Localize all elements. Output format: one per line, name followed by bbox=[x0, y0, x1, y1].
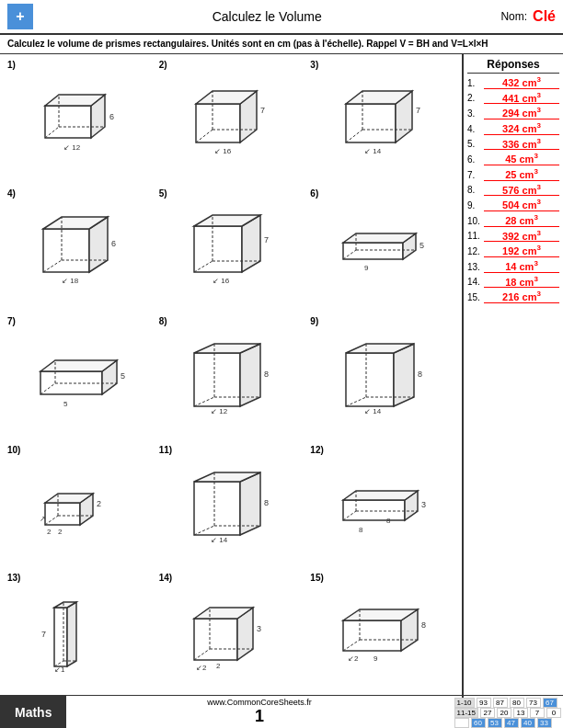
svg-text:5: 5 bbox=[63, 400, 68, 408]
problem-number-11: 11) bbox=[159, 445, 172, 455]
answer-num-11: 11. bbox=[467, 231, 484, 241]
problem-14: 14) 3 ↙2 2 bbox=[157, 571, 305, 696]
answer-item-14: 14.18 cm3 bbox=[467, 275, 559, 289]
answer-num-8: 8. bbox=[467, 185, 484, 195]
svg-text:8: 8 bbox=[421, 620, 426, 630]
problem-3: 3) 7 ↙ 14 bbox=[308, 58, 456, 183]
svg-marker-82 bbox=[194, 482, 240, 535]
svg-marker-8 bbox=[196, 104, 240, 142]
svg-marker-107 bbox=[194, 619, 237, 660]
box-8: 8 ↙ 12 bbox=[161, 325, 302, 436]
answer-item-11: 11.392 cm3 bbox=[467, 229, 559, 243]
svg-text:↙ 12: ↙ 12 bbox=[63, 143, 81, 152]
answer-item-2: 2.441 cm3 bbox=[467, 91, 559, 105]
problem-number-1: 1) bbox=[7, 60, 16, 70]
svg-marker-90 bbox=[343, 500, 405, 520]
box-5: 7 ↙ 16 bbox=[161, 198, 302, 308]
answer-item-4: 4.324 cm3 bbox=[467, 121, 559, 135]
svg-text:↙2: ↙2 bbox=[348, 654, 359, 663]
answer-num-15: 15. bbox=[467, 292, 484, 302]
svg-text:8: 8 bbox=[264, 370, 269, 379]
svg-marker-50 bbox=[40, 360, 117, 371]
answers-header: Réponses bbox=[467, 56, 559, 74]
problem-number-3: 3) bbox=[310, 60, 318, 70]
page-footer: Maths www.CommonCoreSheets.fr 1 1-10 93 … bbox=[0, 695, 563, 728]
box-3: 7 ↙ 14 bbox=[312, 69, 453, 179]
svg-marker-32 bbox=[194, 226, 242, 272]
svg-text:6: 6 bbox=[109, 112, 114, 121]
svg-text:8: 8 bbox=[359, 526, 363, 534]
answer-item-9: 9.504 cm3 bbox=[467, 198, 559, 211]
answer-num-5: 5. bbox=[467, 139, 484, 149]
problem-number-10: 10) bbox=[7, 445, 20, 455]
answer-value-4: 324 cm3 bbox=[484, 121, 559, 135]
cle-label: Clé bbox=[533, 8, 556, 25]
problem-number-9: 9) bbox=[310, 316, 318, 326]
answer-value-14: 18 cm3 bbox=[484, 275, 559, 289]
svg-marker-56 bbox=[194, 353, 240, 406]
answer-value-8: 576 cm3 bbox=[484, 183, 559, 197]
answer-num-13: 13. bbox=[467, 262, 484, 272]
answer-num-3: 3. bbox=[467, 108, 484, 119]
answer-item-6: 6.45 cm3 bbox=[467, 152, 559, 165]
svg-text:7: 7 bbox=[260, 106, 265, 115]
answer-item-8: 8.576 cm3 bbox=[467, 183, 559, 197]
problem-number-15: 15) bbox=[310, 573, 323, 583]
logo: + bbox=[7, 4, 33, 29]
answer-value-3: 294 cm3 bbox=[484, 106, 559, 119]
svg-text:2: 2 bbox=[58, 528, 63, 536]
problem-number-14: 14) bbox=[159, 573, 172, 583]
answer-value-12: 192 cm3 bbox=[484, 244, 559, 257]
answer-num-12: 12. bbox=[467, 246, 484, 256]
answer-value-2: 441 cm3 bbox=[484, 91, 559, 105]
svg-text:8: 8 bbox=[264, 498, 269, 507]
svg-text:↙ 14: ↙ 14 bbox=[211, 536, 228, 544]
answer-item-3: 3.294 cm3 bbox=[467, 106, 559, 119]
svg-text:3: 3 bbox=[421, 500, 426, 509]
answer-value-11: 392 cm3 bbox=[484, 229, 559, 243]
stats-third-row: 60 53 47 40 33 bbox=[454, 718, 561, 728]
svg-text:↙ 16: ↙ 16 bbox=[214, 147, 232, 155]
box-13: 7 ↙1 bbox=[9, 582, 150, 692]
svg-text:↙ 18: ↙ 18 bbox=[62, 277, 79, 285]
answer-item-5: 5.336 cm3 bbox=[467, 137, 559, 151]
svg-text:8: 8 bbox=[386, 517, 391, 525]
answer-item-10: 10.28 cm3 bbox=[467, 213, 559, 227]
answer-item-15: 15.216 cm3 bbox=[467, 290, 559, 303]
problem-number-6: 6) bbox=[310, 188, 318, 199]
svg-text:7: 7 bbox=[41, 630, 46, 639]
svg-text:↙1: ↙1 bbox=[54, 665, 65, 674]
answer-num-9: 9. bbox=[467, 200, 484, 210]
footer-maths-label: Maths bbox=[0, 696, 66, 728]
svg-text:2: 2 bbox=[216, 662, 221, 670]
problem-4: 4) 6 ↙ 18 bbox=[6, 187, 154, 312]
answer-num-7: 7. bbox=[467, 170, 484, 180]
stats-data-row: 11-15 27 20 13 7 0 bbox=[454, 708, 561, 718]
answer-num-2: 2. bbox=[467, 93, 484, 103]
answer-num-1: 1. bbox=[467, 78, 484, 88]
answer-item-7: 7.25 cm3 bbox=[467, 167, 559, 181]
problems-area: 1) 6 ↙ 12 2) bbox=[0, 54, 462, 700]
answer-num-10: 10. bbox=[467, 216, 484, 226]
svg-text:3: 3 bbox=[257, 624, 261, 633]
answer-value-15: 216 cm3 bbox=[484, 290, 559, 303]
svg-marker-100 bbox=[67, 602, 76, 666]
problem-8: 8) 8 ↙ 12 bbox=[157, 314, 305, 439]
box-9: 8 ↙ 14 bbox=[312, 325, 453, 436]
page-title: Calculez le Volume bbox=[33, 9, 500, 24]
problem-number-2: 2) bbox=[159, 60, 167, 70]
answers-list: 1.432 cm32.441 cm33.294 cm34.324 cm35.33… bbox=[467, 75, 559, 303]
svg-text:↙ 14: ↙ 14 bbox=[364, 407, 382, 415]
svg-text:↙ 16: ↙ 16 bbox=[213, 277, 230, 285]
header-right: Nom: Clé bbox=[500, 8, 556, 25]
svg-text:5: 5 bbox=[419, 241, 424, 250]
problem-number-7: 7) bbox=[7, 316, 16, 326]
svg-marker-24 bbox=[43, 229, 89, 272]
svg-marker-0 bbox=[45, 106, 91, 138]
answer-item-13: 13.14 cm3 bbox=[467, 259, 559, 273]
problem-number-12: 12) bbox=[310, 445, 323, 455]
problem-10: 10) 2 ↗ 2 2 bbox=[6, 443, 154, 568]
svg-text:2: 2 bbox=[97, 499, 101, 508]
problem-11: 11) 8 ↙ 14 bbox=[157, 443, 305, 568]
problem-number-8: 8) bbox=[159, 316, 167, 326]
